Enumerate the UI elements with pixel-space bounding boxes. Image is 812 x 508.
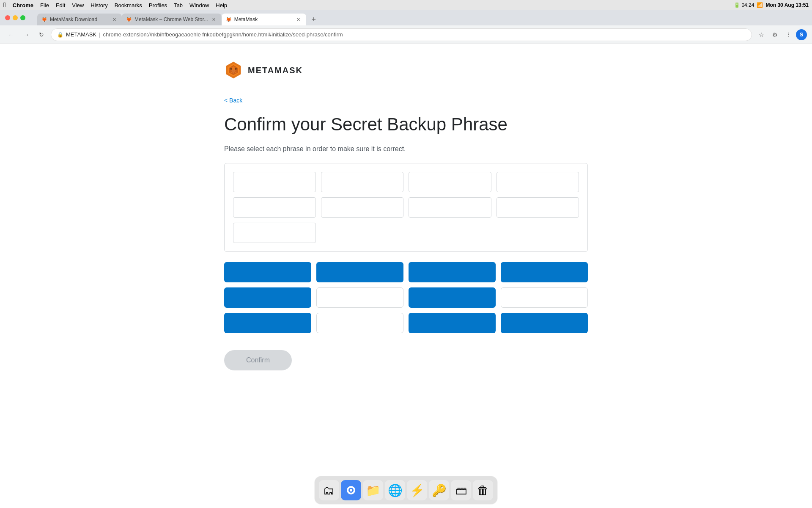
svg-point-12: [350, 489, 352, 491]
new-tab-button[interactable]: +: [308, 14, 320, 25]
word-button-5[interactable]: [224, 287, 311, 308]
tab-favicon-1: 🦊: [41, 17, 47, 22]
site-name: METAMASK: [66, 31, 96, 38]
menubar:  Chrome File Edit View History Bookmark…: [0, 0, 812, 10]
tab-metamask-chrome-store[interactable]: 🦊 MetaMask – Chrome Web Stor... ✕: [122, 14, 222, 25]
seed-slot-9[interactable]: [233, 223, 316, 243]
menubar-right: 🔋 04:24 📶 Mon 30 Aug 13:51: [734, 2, 809, 8]
page-description: Please select each phrase in order to ma…: [224, 145, 588, 153]
tab-metamask-active[interactable]: 🦊 MetaMask ✕: [222, 14, 306, 25]
tab-title-3: MetaMask: [234, 17, 293, 22]
menubar-view[interactable]: View: [69, 2, 87, 8]
seed-slot-7[interactable]: [409, 197, 491, 218]
forward-button[interactable]: →: [20, 29, 32, 41]
seed-slots-area: [233, 172, 579, 243]
tab-close-2[interactable]: ✕: [211, 16, 217, 23]
url-text: chrome-extension://nkbihfbeogaeaoehle fn…: [103, 31, 746, 38]
word-buttons-grid: [224, 262, 588, 333]
page-inner: METAMASK < Back Confirm your Secret Back…: [216, 44, 596, 508]
confirm-button[interactable]: Confirm: [224, 350, 292, 370]
dock-app7[interactable]: 🗃: [451, 480, 471, 500]
page-title: Confirm your Secret Backup Phrase: [224, 114, 588, 135]
tab-title-1: MetaMask Download: [50, 17, 108, 22]
word-button-12[interactable]: [501, 313, 588, 333]
dock: 🗂 📁 🌐 ⚡ 🔑 🗃 🗑: [314, 476, 498, 505]
word-button-10[interactable]: [316, 313, 403, 333]
dock-app4[interactable]: 🌐: [385, 480, 405, 500]
dock-app5[interactable]: ⚡: [407, 480, 427, 500]
extensions-button[interactable]: ⚙: [769, 29, 781, 41]
tab-favicon-2: 🦊: [126, 17, 132, 22]
svg-point-7: [235, 68, 237, 70]
word-button-3[interactable]: [409, 262, 496, 282]
minimize-window-button[interactable]: [13, 15, 18, 20]
wifi-icon: 📶: [757, 2, 763, 8]
tabs-area: 🦊 MetaMask Download ✕ 🦊 MetaMask – Chrom…: [37, 10, 320, 25]
metamask-logo-text: METAMASK: [248, 66, 303, 75]
menubar-file[interactable]: File: [37, 2, 52, 8]
word-button-7[interactable]: [409, 287, 496, 308]
page-content: METAMASK < Back Confirm your Secret Back…: [0, 44, 812, 508]
profile-button[interactable]: S: [796, 29, 807, 40]
menubar-profiles[interactable]: Profiles: [145, 2, 170, 8]
address-bar[interactable]: 🔒 METAMASK | chrome-extension://nkbihfbe…: [51, 28, 752, 41]
tab-favicon-3: 🦊: [226, 17, 232, 22]
menubar-window[interactable]: Window: [186, 2, 212, 8]
toolbar-actions: ☆ ⚙ ⋮ S: [755, 29, 807, 41]
metamask-fox-icon: [224, 61, 243, 80]
dock-finder[interactable]: 🗂: [319, 480, 339, 500]
tab-metamask-download[interactable]: 🦊 MetaMask Download ✕: [37, 14, 122, 25]
seed-slot-4[interactable]: [497, 172, 579, 192]
clock: Mon 30 Aug 13:51: [765, 2, 809, 8]
battery-icon: 🔋 04:24: [734, 2, 754, 8]
dock-app6[interactable]: 🔑: [429, 480, 449, 500]
tab-close-3[interactable]: ✕: [295, 16, 302, 23]
word-button-6[interactable]: [316, 287, 403, 308]
word-button-4[interactable]: [501, 262, 588, 282]
word-button-11[interactable]: [409, 313, 496, 333]
word-button-1[interactable]: [224, 262, 311, 282]
menubar-chrome[interactable]: Chrome: [9, 2, 37, 8]
chrome-window: 🦊 MetaMask Download ✕ 🦊 MetaMask – Chrom…: [0, 10, 812, 508]
toolbar: ← → ↻ 🔒 METAMASK | chrome-extension://nk…: [0, 25, 812, 44]
menubar-edit[interactable]: Edit: [52, 2, 69, 8]
back-link[interactable]: < Back: [224, 97, 242, 104]
bookmark-button[interactable]: ☆: [755, 29, 767, 41]
word-button-2[interactable]: [316, 262, 403, 282]
seed-slot-1[interactable]: [233, 172, 316, 192]
seed-slot-6[interactable]: [321, 197, 404, 218]
tab-close-1[interactable]: ✕: [111, 16, 118, 23]
word-button-9[interactable]: [224, 313, 311, 333]
titlebar: 🦊 MetaMask Download ✕ 🦊 MetaMask – Chrom…: [0, 10, 812, 25]
menubar-bookmarks[interactable]: Bookmarks: [111, 2, 145, 8]
seed-slot-2[interactable]: [321, 172, 404, 192]
metamask-logo: METAMASK: [224, 61, 588, 80]
close-window-button[interactable]: [5, 15, 10, 20]
dock-app8[interactable]: 🗑: [473, 480, 493, 500]
dock-chrome[interactable]: [341, 480, 361, 500]
seed-slot-3[interactable]: [409, 172, 491, 192]
window-controls: [5, 15, 25, 20]
menubar-tab[interactable]: Tab: [170, 2, 186, 8]
secure-icon: 🔒: [57, 32, 63, 38]
back-button[interactable]: ←: [5, 29, 17, 41]
apple-menu[interactable]: : [3, 1, 6, 9]
seed-slot-5[interactable]: [233, 197, 316, 218]
tab-title-2: MetaMask – Chrome Web Stor...: [134, 17, 208, 22]
chrome-menu-button[interactable]: ⋮: [782, 29, 794, 41]
seed-confirm-grid: [224, 163, 588, 252]
menubar-history[interactable]: History: [87, 2, 111, 8]
refresh-button[interactable]: ↻: [36, 29, 47, 41]
word-button-8[interactable]: [501, 287, 588, 308]
menubar-help[interactable]: Help: [212, 2, 230, 8]
seed-slot-8[interactable]: [497, 197, 579, 218]
maximize-window-button[interactable]: [20, 15, 25, 20]
svg-point-6: [230, 68, 232, 70]
address-separator: |: [99, 31, 100, 38]
dock-app3[interactable]: 📁: [363, 480, 383, 500]
